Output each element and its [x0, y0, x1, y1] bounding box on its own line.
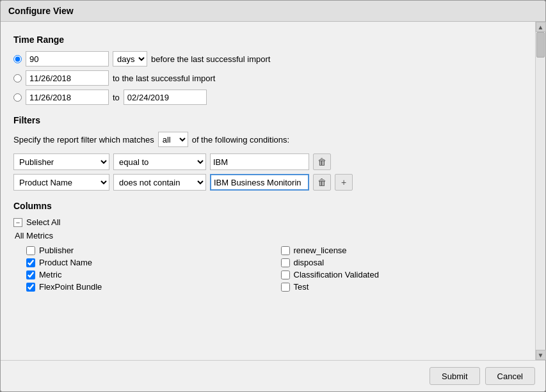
col-checkbox-metric[interactable]: [26, 270, 35, 279]
scrollbar-down-btn[interactable]: ▼: [536, 350, 546, 360]
filter-match-select[interactable]: all any: [158, 132, 188, 147]
dialog-title: Configure View: [1, 1, 545, 22]
time-range-row-3: to: [13, 90, 522, 105]
dialog-body: Time Range days before the last successf…: [1, 22, 545, 360]
col-item-renew-license: renew_license: [281, 246, 523, 255]
date-from-2-input[interactable]: [26, 70, 109, 86]
col-item-flexpoint-bundle: FlexPoint Bundle: [26, 282, 268, 292]
minus-icon: −: [16, 219, 20, 226]
date-to-3-input[interactable]: [124, 90, 207, 105]
scrollbar-track: [536, 32, 545, 350]
filter-op-select-2[interactable]: equal to not equal to contains does not …: [113, 174, 206, 191]
days-unit-select[interactable]: days: [113, 51, 147, 67]
col-item-publisher: Publisher: [26, 246, 268, 255]
time-range-radio-2[interactable]: [13, 74, 22, 82]
filter-row-1: Publisher Product Name Metric FlexPoint …: [13, 153, 522, 170]
filters-section: Filters Specify the report filter which …: [13, 115, 522, 191]
filter-op-select-1[interactable]: equal to not equal to contains does not …: [113, 153, 206, 170]
col-item-test: Test: [281, 282, 523, 292]
select-all-label: Select All: [26, 217, 60, 227]
col-checkbox-flexpoint-bundle[interactable]: [26, 283, 35, 292]
col-item-metric: Metric: [26, 270, 268, 279]
col-item-product-name: Product Name: [26, 258, 268, 267]
filter-field-select-1[interactable]: Publisher Product Name Metric FlexPoint …: [13, 153, 109, 170]
col-label-publisher: Publisher: [39, 246, 74, 255]
time-range-row-1: days before the last successful import: [13, 51, 522, 67]
date-from-3-input[interactable]: [26, 90, 109, 105]
all-metrics-label: All Metrics: [13, 231, 522, 240]
col-checkbox-test[interactable]: [281, 283, 290, 292]
dialog-footer: Submit Cancel: [1, 360, 545, 391]
filter-value-input-1[interactable]: [210, 153, 309, 170]
col-checkbox-classification-validated[interactable]: [281, 270, 290, 279]
time-range-radio-3[interactable]: [13, 93, 22, 102]
col-checkbox-renew-license[interactable]: [281, 246, 290, 255]
time-range-title: Time Range: [13, 35, 522, 45]
filter-add-btn[interactable]: +: [335, 174, 353, 191]
days-suffix: before the last successful import: [151, 54, 270, 64]
filter-field-select-2[interactable]: Publisher Product Name Metric FlexPoint …: [13, 174, 109, 191]
time-range-radio-1[interactable]: [13, 55, 22, 63]
time-range-row-2: to the last successful import: [13, 70, 522, 86]
configure-view-dialog: Configure View Time Range days before th…: [0, 0, 546, 392]
plus-icon: +: [341, 177, 346, 187]
filter-header-suffix: of the following conditions:: [192, 135, 289, 145]
trash-icon-1: 🗑: [317, 157, 326, 167]
filter-header: Specify the report filter which matches …: [13, 132, 522, 147]
columns-grid: Publisher renew_license Product Name dis…: [13, 246, 522, 292]
col-item-disposal: disposal: [281, 258, 523, 267]
columns-title: Columns: [13, 201, 522, 211]
col-label-disposal: disposal: [294, 258, 325, 267]
col-label-flexpoint-bundle: FlexPoint Bundle: [39, 282, 102, 292]
select-all-row: − Select All: [13, 217, 522, 227]
scrollbar-up-btn[interactable]: ▲: [536, 22, 546, 32]
col-label-metric: Metric: [39, 270, 61, 279]
col-label-renew-license: renew_license: [294, 246, 347, 255]
submit-button[interactable]: Submit: [430, 367, 479, 385]
date-to-separator: to: [113, 93, 120, 102]
col-checkbox-product-name[interactable]: [26, 258, 35, 267]
filters-title: Filters: [13, 115, 522, 125]
time-range-section: Time Range days before the last successf…: [13, 35, 522, 105]
scrollbar[interactable]: ▲ ▼: [535, 22, 545, 360]
col-label-classification-validated: Classification Validated: [294, 270, 379, 279]
col-item-classification-validated: Classification Validated: [281, 270, 523, 279]
select-all-minus[interactable]: −: [13, 218, 22, 227]
columns-section: Columns − Select All All Metrics Publish…: [13, 201, 522, 292]
trash-icon-2: 🗑: [317, 177, 326, 187]
filter-delete-btn-2[interactable]: 🗑: [313, 174, 331, 191]
col-label-test: Test: [294, 282, 309, 292]
col-checkbox-disposal[interactable]: [281, 258, 290, 267]
filter-header-prefix: Specify the report filter which matches: [13, 135, 154, 145]
cancel-button[interactable]: Cancel: [485, 367, 535, 385]
date-suffix-2: to the last successful import: [113, 74, 215, 83]
scrollbar-thumb[interactable]: [536, 32, 545, 58]
filter-row-2: Publisher Product Name Metric FlexPoint …: [13, 174, 522, 191]
days-value-input[interactable]: [26, 51, 109, 67]
filter-delete-btn-1[interactable]: 🗑: [313, 153, 331, 170]
dialog-content: Time Range days before the last successf…: [1, 22, 535, 360]
col-label-product-name: Product Name: [39, 258, 92, 267]
col-checkbox-publisher[interactable]: [26, 246, 35, 255]
filter-value-input-2[interactable]: [210, 174, 309, 191]
